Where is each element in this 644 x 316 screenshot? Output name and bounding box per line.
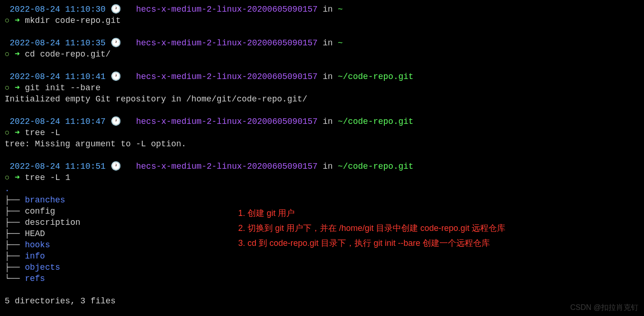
path: ~ bbox=[338, 38, 343, 48]
prompt-marker-icon: ○ bbox=[5, 128, 15, 137]
hostname: hecs-x-medium-2-linux-20200605090157 bbox=[136, 117, 318, 126]
prompt-marker-icon: ○ bbox=[5, 173, 15, 182]
tree-summary: 5 directories, 3 files bbox=[5, 295, 639, 307]
prompt-marker-icon: ○ bbox=[5, 83, 15, 93]
in-label: in bbox=[318, 5, 338, 14]
tree-item: ├── info bbox=[5, 251, 639, 262]
tree-item-name: branches bbox=[25, 195, 65, 205]
command-line: ○ ➜ cd code-repo.git/ bbox=[5, 49, 639, 60]
tree-root: . bbox=[5, 183, 639, 194]
tree-item: ├── objects bbox=[5, 262, 639, 273]
path: ~/code-repo.git bbox=[338, 72, 413, 81]
clock-icon: 🕐 bbox=[111, 71, 121, 82]
in-label: in bbox=[318, 72, 338, 81]
tree-root-dot: . bbox=[5, 184, 10, 194]
output-line: tree: Missing argument to -L option. bbox=[5, 138, 639, 150]
prompt-marker-icon: ○ bbox=[5, 16, 15, 25]
tree-branch-icon: ├── bbox=[5, 195, 25, 205]
prompt-arrow-icon: ➜ bbox=[15, 16, 25, 25]
command-line: ○ ➜ tree -L 1 bbox=[5, 172, 639, 183]
hostname: hecs-x-medium-2-linux-20200605090157 bbox=[136, 5, 318, 14]
tree-item-name: info bbox=[25, 251, 45, 261]
command-text[interactable]: cd code-repo.git/ bbox=[25, 50, 111, 59]
in-label: in bbox=[318, 162, 338, 171]
path: ~/code-repo.git bbox=[338, 162, 413, 171]
clock-icon: 🕐 bbox=[111, 37, 121, 49]
clock-icon: 🕐 bbox=[111, 4, 121, 15]
annotation-line-2: 2. 切换到 git 用户下，并在 /home/git 目录中创建 code-r… bbox=[238, 221, 505, 236]
output-line: Initialized empty Git repository in /hom… bbox=[5, 93, 639, 105]
path: ~ bbox=[338, 5, 343, 14]
prompt-header: 2022-08-24 11:10:51 🕐 hecs-x-medium-2-li… bbox=[5, 161, 639, 172]
command-text[interactable]: tree -L bbox=[25, 128, 60, 137]
tree-item-name: HEAD bbox=[25, 229, 45, 238]
prompt-header: 2022-08-24 11:10:47 🕐 hecs-x-medium-2-li… bbox=[5, 116, 639, 127]
tree-branch-icon: ├── bbox=[5, 207, 25, 216]
tree-branch-icon: ├── bbox=[5, 251, 25, 261]
timestamp: 2022-08-24 11:10:47 bbox=[5, 117, 111, 126]
path: ~/code-repo.git bbox=[338, 117, 413, 126]
prompt-arrow-icon: ➜ bbox=[15, 50, 25, 59]
command-line: ○ ➜ git init --bare bbox=[5, 82, 639, 93]
command-text[interactable]: tree -L 1 bbox=[25, 173, 70, 182]
timestamp: 2022-08-24 11:10:35 bbox=[5, 38, 111, 48]
prompt-marker-icon: ○ bbox=[5, 50, 15, 59]
in-label: in bbox=[318, 117, 338, 126]
command-line: ○ ➜ tree -L bbox=[5, 127, 639, 138]
command-text[interactable]: mkdir code-repo.git bbox=[25, 16, 120, 25]
tree-branch-icon: ├── bbox=[5, 263, 25, 272]
tree-item-name: description bbox=[25, 218, 80, 227]
hostname: hecs-x-medium-2-linux-20200605090157 bbox=[136, 162, 318, 171]
tree-item-name: hooks bbox=[25, 240, 50, 250]
timestamp: 2022-08-24 11:10:41 bbox=[5, 72, 111, 81]
prompt-arrow-icon: ➜ bbox=[15, 173, 25, 182]
watermark: CSDN @扣拉肖克钉 bbox=[570, 302, 638, 313]
tree-item: ├── branches bbox=[5, 194, 639, 206]
hostname: hecs-x-medium-2-linux-20200605090157 bbox=[136, 38, 318, 48]
tree-item-name: objects bbox=[25, 263, 60, 272]
command-text[interactable]: git init --bare bbox=[25, 83, 100, 93]
clock-icon: 🕐 bbox=[111, 161, 121, 172]
annotation-overlay: 1. 创建 git 用户 2. 切换到 git 用户下，并在 /home/git… bbox=[238, 206, 505, 251]
tree-item-name: config bbox=[25, 207, 55, 216]
command-line: ○ ➜ mkdir code-repo.git bbox=[5, 15, 639, 26]
prompt-arrow-icon: ➜ bbox=[15, 128, 25, 137]
tree-branch-icon: ├── bbox=[5, 229, 25, 238]
tree-branch-icon: ├── bbox=[5, 218, 25, 227]
tree-item-name: refs bbox=[25, 274, 45, 283]
clock-icon: 🕐 bbox=[111, 116, 121, 127]
timestamp: 2022-08-24 11:10:30 bbox=[5, 5, 111, 14]
prompt-header: 2022-08-24 11:10:35 🕐 hecs-x-medium-2-li… bbox=[5, 37, 639, 49]
terminal-output: 2022-08-24 11:10:30 🕐 hecs-x-medium-2-li… bbox=[5, 4, 639, 307]
hostname: hecs-x-medium-2-linux-20200605090157 bbox=[136, 72, 318, 81]
timestamp: 2022-08-24 11:10:51 bbox=[5, 162, 111, 171]
annotation-line-3: 3. cd 到 code-repo.git 目录下，执行 git init --… bbox=[238, 236, 505, 251]
tree-branch-icon: ├── bbox=[5, 240, 25, 250]
prompt-header: 2022-08-24 11:10:30 🕐 hecs-x-medium-2-li… bbox=[5, 4, 639, 15]
annotation-line-1: 1. 创建 git 用户 bbox=[238, 206, 505, 221]
tree-branch-icon: └── bbox=[5, 274, 25, 283]
prompt-arrow-icon: ➜ bbox=[15, 83, 25, 93]
in-label: in bbox=[318, 38, 338, 48]
tree-item: └── refs bbox=[5, 273, 639, 284]
prompt-header: 2022-08-24 11:10:41 🕐 hecs-x-medium-2-li… bbox=[5, 71, 639, 82]
